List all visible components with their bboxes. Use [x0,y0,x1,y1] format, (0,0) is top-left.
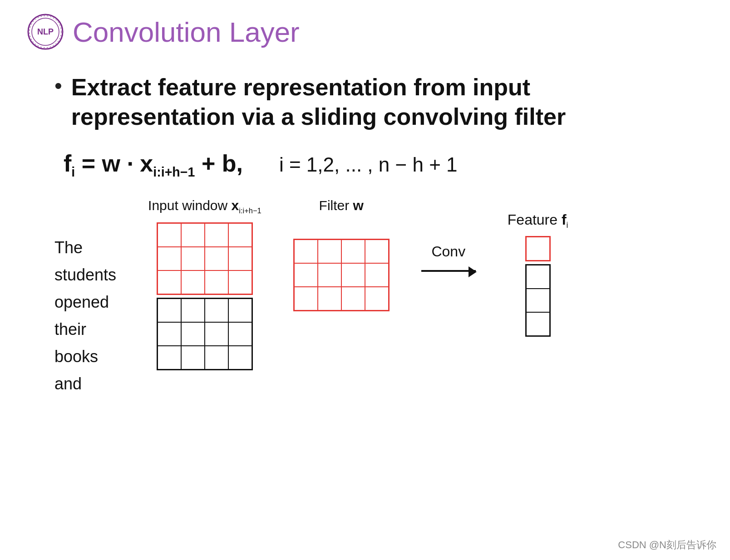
grid-cell [181,247,205,270]
grid-cell [365,287,389,310]
grid-cell [181,270,205,294]
bullet-text: Extract feature representation from inpu… [71,73,566,132]
feature-cell [526,265,550,289]
grid-cell [181,223,205,247]
feature-grid-black [525,264,551,337]
feature-cell [526,312,550,336]
grid-cell [205,223,228,247]
grid-cell [228,270,252,294]
grid-cell [228,247,252,270]
word-the: The [54,234,116,261]
header: NLP Convolution Layer [27,14,703,50]
grid-cell [205,299,228,322]
formula-right: i = 1,2, ... , n − h + 1 [279,153,458,176]
input-grid-red [157,222,253,295]
conv-label: Conv [431,243,465,260]
grid-cell [158,247,181,270]
grid-cell [294,240,318,263]
bullet-item: • Extract feature representation from in… [54,73,703,132]
grid-cell [228,299,252,322]
feature-cell [526,289,550,312]
grid-cell [228,223,252,247]
grid-cell [158,322,181,346]
word-and: and [54,370,116,398]
formula-section: fi = w · xi:i+h−1 + b, i = 1,2, ... , n … [64,150,666,180]
formula-fi: fi = w · xi:i+h−1 + b, [64,150,243,180]
grid-cell [205,322,228,346]
filter-label: Filter w [319,198,364,213]
grid-cell [294,263,318,287]
grid-cell [341,240,365,263]
input-window-label: Input window xi:i+h−1 [148,198,261,215]
input-window-block: Input window xi:i+h−1 [148,198,261,370]
grid-cell [181,346,205,369]
grid-cell [318,240,341,263]
arrow-conv-block: Conv [421,243,476,272]
filter-grid [293,239,390,311]
formula-left: fi = w · xi:i+h−1 + b, [64,150,243,180]
feature-grid-red [525,236,551,261]
slide: NLP Convolution Layer • Extract feature … [0,0,730,560]
feature-label: Feature fi [508,211,568,230]
grid-cell [181,299,205,322]
grid-cell [341,287,365,310]
grid-cell [158,299,181,322]
arrow-right-icon [421,270,476,272]
grid-cell [181,322,205,346]
feature-block: Feature fi [508,211,568,336]
grid-cell [365,240,389,263]
grid-cell [158,270,181,294]
grid-cell [318,263,341,287]
input-grid-black [157,298,253,370]
nlp-logo: NLP [27,14,64,50]
filter-block: Filter w [293,198,390,311]
grid-cell [341,263,365,287]
grid-cell [205,346,228,369]
word-students: students [54,261,116,289]
grid-cell [294,287,318,310]
watermark: CSDN @N刻后告诉你 [618,538,716,552]
grid-cell [158,346,181,369]
feature-cell [526,237,550,260]
grid-cell [205,247,228,270]
bullet-section: • Extract feature representation from in… [54,73,703,132]
grid-cell [205,270,228,294]
word-opened: opened [54,289,116,316]
page-title: Convolution Layer [73,16,300,48]
word-their: their [54,316,116,343]
grid-cell [318,287,341,310]
grid-cell [365,263,389,287]
word-list: The students opened their books and [54,234,116,398]
bullet-dot: • [54,73,62,99]
svg-text:NLP: NLP [37,27,54,36]
grid-cell [228,346,252,369]
grid-cell [228,322,252,346]
word-books: books [54,343,116,370]
grid-cell [158,223,181,247]
